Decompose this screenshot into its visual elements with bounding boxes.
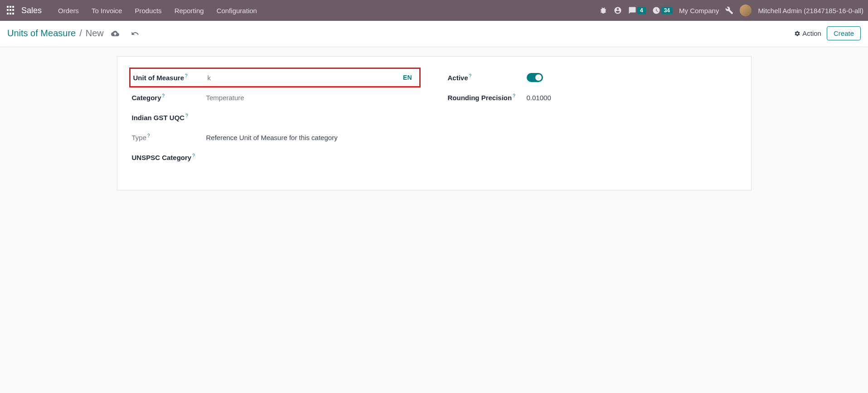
breadcrumb: Units of Measure / New: [7, 28, 139, 39]
gst-label: Indian GST UQC?: [132, 113, 206, 121]
uom-label: Unit of Measure?: [133, 73, 208, 82]
nav-reporting[interactable]: Reporting: [168, 7, 210, 15]
messages-badge: 4: [637, 7, 646, 14]
active-toggle[interactable]: [527, 73, 543, 82]
clock-icon: [652, 6, 660, 15]
gear-icon: [794, 30, 800, 37]
company-selector[interactable]: My Company: [679, 7, 719, 15]
form-sheet: Unit of Measure? k EN Category? Temperat…: [117, 56, 752, 190]
unspsc-label: UNSPSC Category?: [132, 153, 206, 161]
breadcrumb-separator: /: [79, 28, 82, 39]
create-button[interactable]: Create: [827, 26, 861, 40]
nav-configuration[interactable]: Configuration: [210, 7, 263, 15]
top-navbar: Sales Orders To Invoice Products Reporti…: [0, 0, 868, 21]
breadcrumb-current: New: [86, 28, 104, 39]
uom-value[interactable]: k: [208, 74, 403, 82]
rounding-label: Rounding Precision?: [448, 93, 527, 102]
chat-icon: [628, 6, 636, 15]
control-panel: Units of Measure / New Action Create: [0, 21, 868, 47]
lang-badge[interactable]: EN: [403, 74, 412, 81]
activities-button[interactable]: 34: [652, 6, 673, 15]
rounding-value[interactable]: 0.01000: [527, 94, 737, 102]
nav-orders[interactable]: Orders: [52, 7, 85, 15]
activities-badge: 34: [661, 7, 673, 14]
bug-icon[interactable]: [599, 6, 607, 15]
support-icon[interactable]: [614, 6, 622, 15]
messages-button[interactable]: 4: [628, 6, 646, 15]
discard-icon[interactable]: [131, 29, 139, 38]
tools-icon[interactable]: [725, 6, 733, 15]
type-label: Type?: [132, 133, 206, 141]
breadcrumb-parent[interactable]: Units of Measure: [7, 28, 76, 39]
category-label: Category?: [132, 93, 206, 102]
cloud-save-icon[interactable]: [111, 29, 119, 38]
category-value[interactable]: Temperature: [206, 94, 421, 102]
nav-products[interactable]: Products: [128, 7, 168, 15]
action-label: Action: [802, 29, 821, 37]
field-uom-highlight: Unit of Measure? k EN: [129, 68, 421, 87]
type-value[interactable]: Reference Unit of Measure for this categ…: [206, 134, 421, 141]
apps-icon[interactable]: [7, 6, 16, 15]
nav-to-invoice[interactable]: To Invoice: [85, 7, 129, 15]
active-label: Active?: [448, 73, 527, 82]
user-menu[interactable]: Mitchell Admin (21847185-16-0-all): [758, 7, 863, 15]
action-menu[interactable]: Action: [794, 29, 821, 37]
avatar[interactable]: [740, 5, 752, 16]
app-brand[interactable]: Sales: [21, 6, 42, 15]
